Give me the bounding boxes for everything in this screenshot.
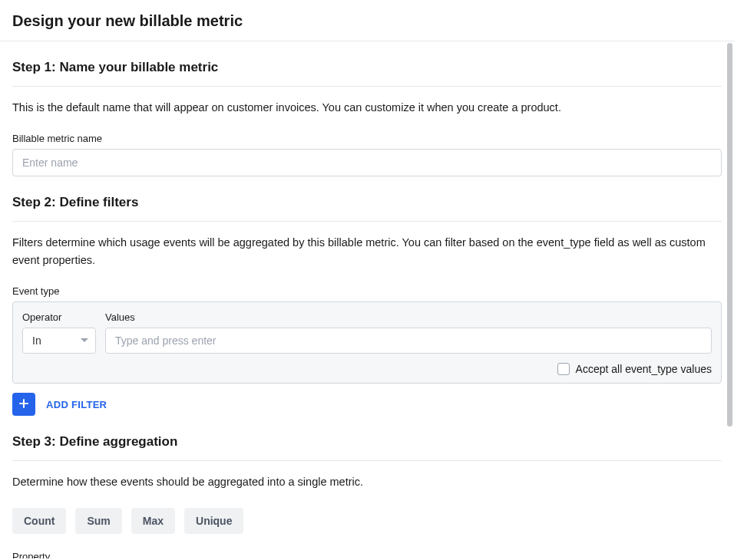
agg-unique-button[interactable]: Unique xyxy=(184,508,243,534)
step1-desc: This is the default name that will appea… xyxy=(12,99,722,116)
scrollbar[interactable] xyxy=(727,43,732,427)
values-label: Values xyxy=(105,311,712,323)
filter-row: Operator In Values xyxy=(22,311,712,354)
plus-icon xyxy=(18,398,29,411)
accept-all-label: Accept all event_type values xyxy=(576,363,712,375)
values-input[interactable] xyxy=(105,328,712,354)
page-title: Design your new billable metric xyxy=(12,12,722,30)
event-type-label: Event type xyxy=(12,285,722,297)
operator-label: Operator xyxy=(22,311,96,323)
values-column: Values xyxy=(105,311,712,354)
add-filter-button[interactable] xyxy=(12,393,35,416)
step3-desc: Determine how these events should be agg… xyxy=(12,473,722,490)
page-header: Design your new billable metric xyxy=(0,0,734,41)
agg-sum-button[interactable]: Sum xyxy=(75,508,121,534)
operator-selected-value: In xyxy=(32,334,41,347)
add-filter-label[interactable]: ADD FILTER xyxy=(46,399,107,410)
event-type-filter-box: Operator In Values xyxy=(12,301,722,384)
agg-max-button[interactable]: Max xyxy=(131,508,175,534)
operator-select[interactable]: In xyxy=(22,328,96,354)
step2-section: Step 2: Define filters Filters determine… xyxy=(12,176,722,416)
billable-metric-name-input[interactable] xyxy=(12,149,722,176)
property-label: Property xyxy=(12,551,722,558)
accept-all-row: Accept all event_type values xyxy=(22,363,712,375)
billable-metric-name-label: Billable metric name xyxy=(12,133,722,144)
accept-all-checkbox[interactable] xyxy=(557,363,570,375)
content-area: Step 1: Name your billable metric This i… xyxy=(0,41,734,558)
step1-title: Step 1: Name your billable metric xyxy=(12,60,722,87)
operator-column: Operator In xyxy=(22,311,96,354)
add-filter-row: ADD FILTER xyxy=(12,393,722,416)
step3-title: Step 3: Define aggregation xyxy=(12,434,722,461)
agg-count-button[interactable]: Count xyxy=(12,508,66,534)
step2-title: Step 2: Define filters xyxy=(12,195,722,222)
step3-section: Step 3: Define aggregation Determine how… xyxy=(12,416,722,558)
operator-select-wrap: In xyxy=(22,328,96,354)
step1-section: Step 1: Name your billable metric This i… xyxy=(12,41,722,176)
step2-desc: Filters determine which usage events wil… xyxy=(12,234,722,268)
aggregation-options: Count Sum Max Unique xyxy=(12,508,722,534)
